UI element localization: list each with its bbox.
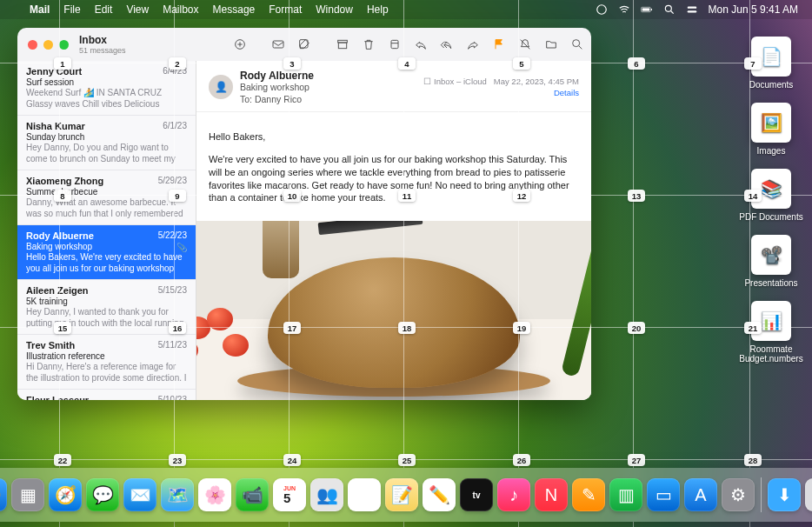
- dock-trash[interactable]: 🗑️: [805, 478, 812, 511]
- dock-tv[interactable]: tv: [460, 478, 493, 511]
- battery-icon[interactable]: [636, 3, 658, 16]
- zoom-button[interactable]: [59, 40, 69, 50]
- dock-keynote[interactable]: ▭: [647, 478, 680, 511]
- mute-icon[interactable]: [518, 37, 532, 51]
- reader-to: To: Danny Rico: [240, 94, 314, 104]
- compose-icon[interactable]: [297, 37, 311, 51]
- trash-icon[interactable]: [362, 37, 376, 51]
- dock-downloads[interactable]: ⬇︎: [768, 478, 801, 511]
- flag-icon[interactable]: [492, 37, 506, 51]
- menubar: Mail FileEditViewMailboxMessageFormatWin…: [0, 0, 812, 19]
- dock-launchpad[interactable]: ▦: [11, 478, 44, 511]
- mail-toolbar: [221, 37, 591, 51]
- move-icon[interactable]: [544, 37, 558, 51]
- grid-label: 19: [513, 322, 530, 334]
- mailbox-header: Inbox 51 messages: [79, 34, 221, 55]
- grid-label: 16: [169, 322, 186, 334]
- email-image: [196, 221, 591, 400]
- dock-reminders[interactable]: ☑︎: [348, 478, 381, 511]
- close-button[interactable]: [28, 40, 37, 50]
- dock[interactable]: 🙂▦🧭💬✉️🗺️🌸📹JUN5👥☑︎📝✏️tv♪N✎▥▭A⚙︎⬇︎🗑️: [0, 468, 812, 522]
- search-icon[interactable]: [570, 37, 584, 51]
- svg-rect-11: [338, 43, 346, 49]
- grid-label: 28: [744, 454, 762, 466]
- grid-label: 11: [398, 190, 416, 202]
- inbox-title: Inbox: [79, 34, 221, 46]
- dock-notes[interactable]: 📝: [385, 478, 418, 511]
- menu-window[interactable]: Window: [309, 3, 360, 16]
- grid-label: 18: [398, 322, 416, 334]
- menu-format[interactable]: Format: [262, 3, 309, 16]
- svg-rect-2: [642, 8, 649, 10]
- dock-facetime[interactable]: 📹: [236, 478, 269, 511]
- message-item[interactable]: Fleur Lasseur5/10/23Baseball team fundra…: [17, 390, 196, 400]
- grid-label: 9: [169, 190, 186, 202]
- dock-numbers[interactable]: ▥: [609, 478, 642, 511]
- message-item[interactable]: Trev Smith5/11/23Illustration referenceH…: [17, 335, 196, 390]
- avatar: 👤: [209, 75, 233, 99]
- dock-news[interactable]: N: [535, 478, 568, 511]
- grid-label: 10: [283, 190, 301, 202]
- envelope-icon[interactable]: [271, 37, 285, 51]
- svg-rect-8: [273, 41, 283, 48]
- message-item[interactable]: Nisha Kumar6/1/23Sunday brunchHey Danny,…: [17, 116, 196, 170]
- grid-label: 17: [283, 322, 301, 334]
- dock-finder[interactable]: 🙂: [0, 478, 7, 511]
- dock-photos[interactable]: 🌸: [198, 478, 231, 511]
- menu-message[interactable]: Message: [206, 3, 263, 16]
- message-reader: 👤 Rody Albuerne Baking workshop To: Dann…: [196, 61, 591, 400]
- details-link[interactable]: Details: [423, 88, 579, 97]
- menu-view[interactable]: View: [119, 3, 156, 16]
- dock-settings[interactable]: ⚙︎: [722, 478, 755, 511]
- svg-point-4: [665, 5, 671, 11]
- mail-window: Inbox 51 messages Je: [17, 28, 591, 400]
- inbox-count: 51 messages: [79, 46, 221, 55]
- svg-rect-3: [650, 9, 651, 10]
- menu-mailbox[interactable]: Mailbox: [156, 3, 205, 16]
- reader-source: ☐ Inbox – iCloud May 22, 2023, 4:45 PM: [423, 77, 579, 86]
- dock-mail[interactable]: ✉️: [123, 478, 156, 511]
- dock-freeform[interactable]: ✏️: [423, 478, 456, 511]
- menu-help[interactable]: Help: [360, 3, 396, 16]
- dock-appstore[interactable]: A: [684, 478, 717, 511]
- grid-label: 25: [398, 454, 416, 466]
- message-list[interactable]: Jenny Court6/4/23Surf sessionWeekend Sur…: [17, 61, 196, 400]
- grid-label: 23: [169, 454, 186, 466]
- grid-label: 20: [628, 322, 645, 334]
- dock-contacts[interactable]: 👥: [310, 478, 343, 511]
- control-center-icon[interactable]: [681, 3, 703, 16]
- grid-label: 21: [744, 322, 762, 334]
- archive-icon[interactable]: [336, 37, 349, 51]
- dock-music[interactable]: ♪: [497, 478, 530, 511]
- dock-safari[interactable]: 🧭: [49, 478, 82, 511]
- svg-rect-6: [687, 10, 696, 12]
- message-item[interactable]: Rody Albuerne5/22/23Baking workshop📎Hell…: [17, 225, 196, 280]
- grid-label: 13: [628, 190, 645, 202]
- minimize-button[interactable]: [43, 40, 53, 50]
- menu-edit[interactable]: Edit: [88, 3, 120, 16]
- forward-icon[interactable]: [466, 37, 480, 51]
- wifi-icon[interactable]: [613, 3, 636, 16]
- grid-label: 6: [628, 57, 645, 70]
- dock-maps[interactable]: 🗺️: [161, 478, 194, 511]
- dock-messages[interactable]: 💬: [86, 478, 119, 511]
- dock-pages[interactable]: ✎: [572, 478, 605, 511]
- message-item[interactable]: Jenny Court6/4/23Surf sessionWeekend Sur…: [17, 61, 196, 116]
- filter-icon[interactable]: [233, 37, 247, 51]
- window-controls[interactable]: [17, 40, 79, 50]
- reply-all-icon[interactable]: [440, 37, 454, 51]
- clock[interactable]: Mon Jun 5 9:41 AM: [703, 3, 803, 16]
- dock-calendar[interactable]: JUN5: [273, 478, 306, 511]
- junk-icon[interactable]: [388, 37, 402, 51]
- grid-label: 4: [398, 57, 416, 70]
- grid-label: 2: [169, 57, 186, 70]
- svg-rect-12: [391, 40, 398, 48]
- siri-icon[interactable]: [590, 3, 613, 16]
- grid-label: 24: [283, 454, 301, 466]
- menu-file[interactable]: File: [57, 3, 87, 16]
- reply-icon[interactable]: [414, 37, 428, 51]
- spotlight-icon[interactable]: [658, 3, 681, 16]
- app-menu[interactable]: Mail: [23, 3, 57, 16]
- grid-label: 22: [54, 454, 71, 466]
- svg-point-0: [596, 5, 606, 15]
